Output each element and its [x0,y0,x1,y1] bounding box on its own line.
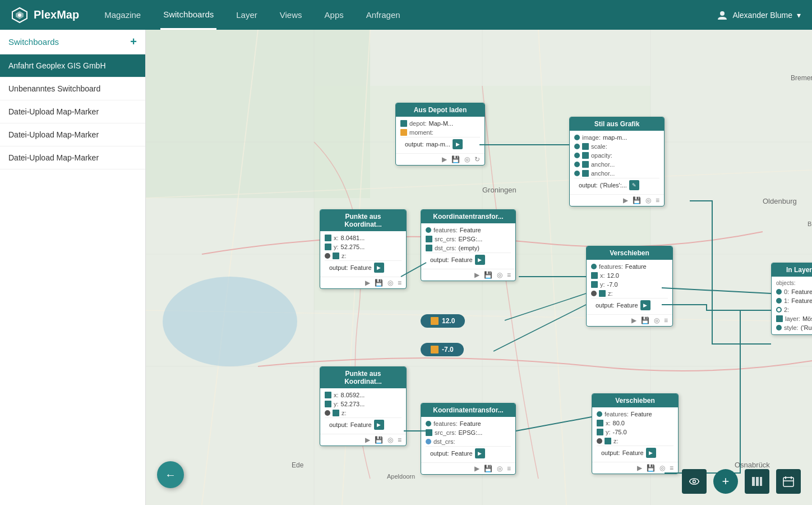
eye-icon[interactable]: ◎ [645,196,651,204]
number-node-neg7[interactable]: -7.0 [421,343,464,356]
add-node-button[interactable]: + [713,469,738,494]
eye-icon[interactable]: ◎ [654,316,659,324]
save-icon[interactable]: 💾 [375,279,383,287]
svg-point-2 [18,13,21,17]
node-row: dst_crs: [426,437,511,446]
play-icon[interactable]: ▶ [474,271,479,279]
output-connector[interactable]: ✎ [629,180,639,190]
map-container[interactable]: Groningen Zwolle Oldenburg Bremerhaven E… [146,30,812,505]
node-punkte-top-body: x: 8.0481... y: 52.275... z: output: Fea… [320,231,406,277]
node-row: y: 52.275... [325,242,402,251]
play-icon[interactable]: ▶ [631,316,636,324]
eye-icon[interactable]: ◎ [464,155,470,163]
sq-icon [582,161,589,168]
play-icon[interactable]: ▶ [442,155,447,163]
play-icon[interactable]: ▶ [474,465,479,472]
output-connector[interactable]: ▶ [475,448,485,458]
output-connector[interactable]: ▶ [640,300,650,310]
save-icon[interactable]: 💾 [641,316,649,324]
back-button[interactable]: ← [157,461,184,488]
eye-icon[interactable]: ◎ [659,464,665,472]
sq-icon [325,235,331,241]
sidebar-item-anfahrt[interactable]: Anfahrt Geoplex GIS GmbH [0,54,145,77]
node-in-layer[interactable]: In Layer speichern objects: 0: Feature 1… [771,263,812,335]
node-in-layer-header: In Layer speichern [772,263,812,277]
calendar-button[interactable] [776,469,801,494]
user-menu[interactable]: Alexander Blume ▾ [717,10,801,21]
node-stil-grafik[interactable]: Stil aus Grafik image: map-m... scale: o… [569,117,665,206]
node-footer: ▶ 💾 ◎ ≡ [320,434,406,446]
dot-icon [776,289,782,295]
node-aus-depot[interactable]: Aus Depot laden depot: Map-M... moment: … [395,103,485,166]
output-connector[interactable]: ▶ [475,255,485,265]
menu-icon[interactable]: ≡ [398,436,402,444]
node-row: anchor... [574,160,659,169]
node-koordinaten-bot[interactable]: Koordinatentransfor... features: Feature… [421,403,516,475]
menu-icon[interactable]: ≡ [670,464,673,472]
nav-layer[interactable]: Layer [233,0,260,30]
sidebar-item-unbenannt[interactable]: Unbenanntes Switchboard [0,77,145,100]
add-switchboard-button[interactable]: + [130,35,137,48]
output-connector[interactable]: ▶ [374,263,384,273]
save-icon[interactable]: 💾 [647,464,655,472]
svg-text:Apeldoorn: Apeldoorn [387,473,415,480]
node-row: y: -75.0 [597,428,673,437]
eye-icon[interactable]: ◎ [387,279,393,287]
output-connector[interactable]: ▶ [453,139,463,149]
output-connector[interactable]: ▶ [374,420,384,430]
node-punkte-top[interactable]: Punkte aus Koordinat... x: 8.0481... y: … [320,209,407,289]
play-icon[interactable]: ▶ [365,279,370,287]
bottom-toolbar: + [682,469,801,494]
nav-anfragen[interactable]: Anfragen [363,0,403,30]
save-icon[interactable]: 💾 [484,271,492,279]
nav-apps[interactable]: Apps [322,0,347,30]
node-row: x: 12.0 [591,271,668,280]
node-verschieben-bot[interactable]: Verschieben features: Feature x: 80.0 y:… [592,393,679,474]
dot-icon [325,253,330,259]
svg-point-12 [163,277,297,366]
eye-icon[interactable]: ◎ [387,436,393,444]
sq-icon [426,429,432,436]
number-node-12[interactable]: 12.0 [421,314,465,328]
node-row: dst_crs: (empty) [426,244,511,252]
sidebar-item-upload-3[interactable]: Datei-Upload Map-Marker [0,146,145,169]
node-verschieben-top[interactable]: Verschieben features: Feature x: 12.0 y:… [586,246,673,327]
menu-icon[interactable]: ≡ [664,316,668,324]
menu-icon[interactable]: ≡ [507,271,511,279]
play-icon[interactable]: ▶ [637,464,642,472]
sidebar-item-upload-2[interactable]: Datei-Upload Map-Marker [0,123,145,146]
save-icon[interactable]: 💾 [484,465,492,472]
svg-rect-40 [752,477,755,486]
menu-icon[interactable]: ≡ [656,196,659,204]
node-koordinaten-bot-header: Koordinatentransfor... [421,403,515,417]
eye-icon[interactable]: ◎ [497,271,502,279]
sidebar-item-upload-1[interactable]: Datei-Upload Map-Marker [0,100,145,123]
node-koordinaten-top-header: Koordinatentransfor... [421,210,515,223]
nav-switchboards[interactable]: Switchboards [160,0,216,30]
play-icon[interactable]: ▶ [365,436,370,444]
save-icon[interactable]: 💾 [633,196,641,204]
main-layout: Switchboards + Anfahrt Geoplex GIS GmbH … [0,30,812,505]
node-row: z: [597,437,673,446]
node-koordinaten-top[interactable]: Koordinatentransfor... features: Feature… [421,209,516,281]
save-icon[interactable]: 💾 [451,155,460,163]
nav-views[interactable]: Views [277,0,305,30]
play-icon[interactable]: ▶ [623,196,628,204]
save-icon[interactable]: 💾 [375,436,383,444]
number-icon [431,317,439,325]
menu-icon[interactable]: ≡ [507,465,511,472]
eye-icon[interactable]: ◎ [497,465,502,472]
refresh-icon[interactable]: ↻ [474,155,480,163]
nav-magazine[interactable]: Magazine [101,0,144,30]
node-punkte-bot[interactable]: Punkte aus Koordinat... x: 8.0592... y: … [320,366,407,446]
library-button[interactable] [745,469,769,494]
menu-icon[interactable]: ≡ [398,279,402,287]
node-output-row: output: Feature ▶ [325,417,402,431]
node-row: anchor... [574,169,659,178]
sq-icon [426,245,432,251]
node-output-row: output: Feature ▶ [426,446,511,460]
dot-icon [426,227,431,233]
output-connector[interactable]: ▶ [646,448,656,458]
view-toggle-button[interactable] [682,469,707,494]
sq-icon [582,143,589,150]
